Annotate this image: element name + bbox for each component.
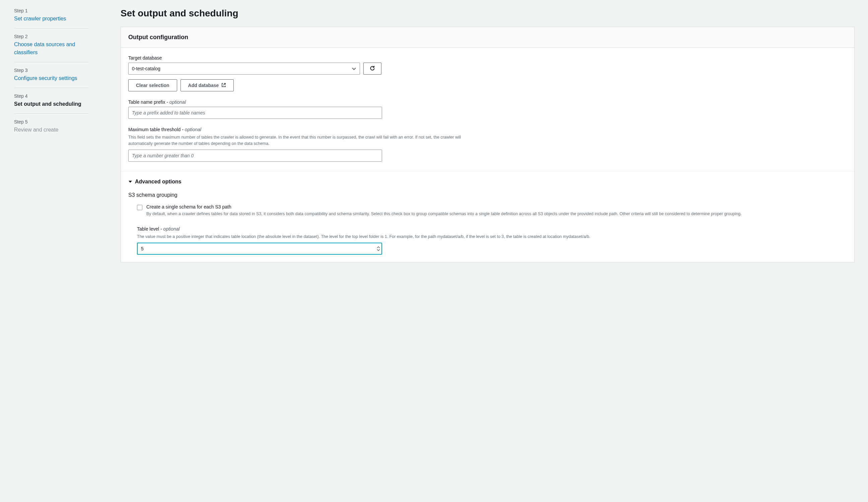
- step-number: Step 1: [14, 8, 87, 13]
- step-number: Step 3: [14, 67, 87, 73]
- single-schema-label: Create a single schema for each S3 path: [146, 204, 847, 209]
- panel-title: Output configuration: [128, 34, 847, 41]
- wizard-steps-sidebar: Step 1 Set crawler properties Step 2 Cho…: [0, 0, 89, 502]
- table-prefix-label: Table name prefix - optional: [128, 100, 382, 105]
- sidebar-item-step-5: Step 5 Review and create: [14, 119, 89, 139]
- table-level-input[interactable]: [137, 243, 382, 255]
- step-number: Step 2: [14, 34, 87, 39]
- step-title: Review and create: [14, 126, 87, 134]
- external-link-icon: [221, 83, 226, 88]
- max-threshold-help: This field sets the maximum number of ta…: [128, 134, 466, 147]
- chevron-down-icon[interactable]: [377, 249, 380, 251]
- table-level-help: The value must be a positive integer tha…: [137, 233, 847, 240]
- step-title[interactable]: Set crawler properties: [14, 15, 87, 23]
- sidebar-item-step-3[interactable]: Step 3 Configure security settings: [14, 67, 89, 88]
- step-title[interactable]: Choose data sources and classifiers: [14, 41, 87, 56]
- sidebar-item-step-4: Step 4 Set output and scheduling: [14, 93, 89, 114]
- single-schema-checkbox[interactable]: [137, 205, 142, 210]
- output-configuration-panel: Output configuration Target database 0-t…: [121, 27, 855, 262]
- target-database-select[interactable]: 0-test-catalog: [128, 63, 360, 75]
- step-title: Set output and scheduling: [14, 100, 87, 108]
- number-stepper[interactable]: [377, 246, 380, 251]
- table-level-label: Table level - optional: [137, 226, 847, 232]
- single-schema-help: By default, when a crawler defines table…: [146, 211, 847, 217]
- sidebar-item-step-1[interactable]: Step 1 Set crawler properties: [14, 8, 89, 29]
- step-title[interactable]: Configure security settings: [14, 74, 87, 82]
- add-database-button[interactable]: Add database: [180, 79, 234, 91]
- advanced-options-toggle[interactable]: Advanced options: [121, 171, 854, 192]
- main-content: Set output and scheduling Output configu…: [89, 0, 868, 502]
- refresh-button[interactable]: [363, 63, 381, 75]
- chevron-up-icon[interactable]: [377, 246, 380, 248]
- max-threshold-label: Maximum table threshold - optional: [128, 127, 382, 132]
- advanced-options-label: Advanced options: [135, 179, 182, 185]
- step-number: Step 5: [14, 119, 87, 125]
- refresh-icon: [369, 65, 375, 72]
- add-database-label: Add database: [188, 83, 219, 88]
- step-number: Step 4: [14, 93, 87, 99]
- clear-selection-button[interactable]: Clear selection: [128, 79, 177, 91]
- caret-down-icon: [128, 179, 132, 185]
- table-prefix-input[interactable]: [128, 107, 382, 119]
- max-threshold-input[interactable]: [128, 149, 382, 161]
- sidebar-item-step-2[interactable]: Step 2 Choose data sources and classifie…: [14, 34, 89, 62]
- target-database-label: Target database: [128, 55, 847, 61]
- page-title: Set output and scheduling: [121, 0, 855, 27]
- panel-header: Output configuration: [121, 27, 854, 48]
- s3-schema-grouping-heading: S3 schema grouping: [128, 192, 847, 198]
